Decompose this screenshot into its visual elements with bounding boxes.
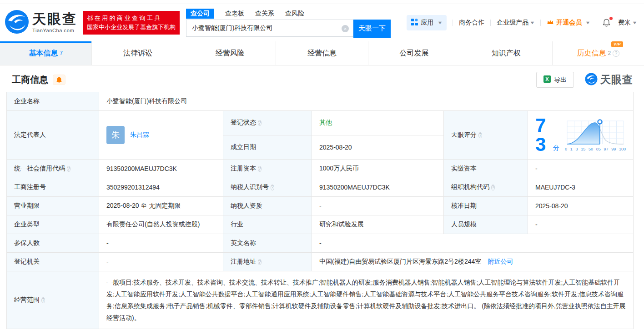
main-content: 工商信息 X 导出 bbox=[0, 72, 644, 329]
staff-size-label: 人员规模 bbox=[444, 215, 528, 234]
notifications-bell-icon[interactable] bbox=[602, 18, 611, 27]
field-label: 核准日期 bbox=[451, 202, 477, 209]
company-type-label: 企业类型 bbox=[7, 215, 99, 234]
help-icon[interactable] bbox=[491, 185, 495, 190]
legal-rep-cell: 朱 朱昌霖 bbox=[99, 111, 223, 160]
field-label: 工商注册号 bbox=[14, 183, 46, 190]
tab-company-development[interactable]: 公司发展 bbox=[368, 41, 460, 65]
search-input[interactable] bbox=[186, 20, 353, 37]
nav-divider bbox=[540, 20, 541, 26]
search-tab-boss[interactable]: 查老板 bbox=[225, 9, 244, 19]
search-tab-relation[interactable]: 查关系 bbox=[255, 9, 274, 19]
tab-history-info[interactable]: VIP 历史信息 2 bbox=[553, 41, 644, 65]
taxpayer-id-label: 纳税人识别号 bbox=[223, 178, 312, 197]
tab-label: 经营风险 bbox=[216, 49, 245, 58]
table-row: 营业期限 2025-08-20 至 无固定期限 纳税人资质 - 核准日期 202… bbox=[7, 197, 634, 215]
tianyancha-logo-icon bbox=[5, 10, 29, 36]
nav-open-vip[interactable]: 开通会员 bbox=[547, 19, 590, 27]
english-name-label: 英文名称 bbox=[223, 234, 312, 253]
business-scope-value: 一般项目:技术服务、技术开发、技术咨询、技术交流、技术转让、技术推广;智能机器人… bbox=[99, 271, 634, 329]
chevron-down-icon bbox=[585, 20, 590, 25]
section-title: 工商信息 bbox=[12, 74, 48, 86]
apps-label: 应用 bbox=[421, 19, 433, 27]
reg-capital-value: 1000万人民币 bbox=[312, 160, 444, 178]
tab-count: 2 bbox=[608, 50, 611, 56]
field-label: 登记机关 bbox=[14, 258, 40, 265]
nav-divider bbox=[490, 20, 491, 26]
tab-label: 法律诉讼 bbox=[123, 49, 152, 58]
field-label: 纳税人资质 bbox=[231, 202, 262, 209]
tab-label: 经营信息 bbox=[307, 49, 337, 58]
field-label: 法定代表人 bbox=[14, 131, 46, 138]
brand-slogan: 都在用的商业查询工具 国家中小企业发展子基金旗下机构 bbox=[83, 11, 180, 35]
export-button[interactable]: X 导出 bbox=[536, 72, 574, 88]
help-icon[interactable] bbox=[478, 132, 482, 138]
clear-search-icon[interactable] bbox=[342, 25, 349, 32]
tab-intellectual-property[interactable]: 知识产权 bbox=[460, 41, 552, 65]
address-label: 注册地址 bbox=[223, 253, 312, 271]
staff-size-value: - bbox=[528, 215, 634, 234]
field-label: 行业 bbox=[231, 220, 243, 228]
tab-legal-proceedings[interactable]: 法律诉讼 bbox=[92, 41, 184, 65]
score-label: 天眼评分 bbox=[444, 111, 528, 160]
help-icon[interactable] bbox=[258, 259, 262, 265]
table-row: 工商注册号 350299201312494 纳税人识别号 91350200MAE… bbox=[7, 178, 634, 197]
legal-rep-avatar[interactable]: 朱 bbox=[106, 126, 125, 144]
logo-domain: TianYanCha.com bbox=[32, 28, 77, 33]
username-label: 费米 bbox=[618, 19, 631, 27]
field-label: 英文名称 bbox=[231, 239, 256, 246]
help-icon[interactable] bbox=[41, 297, 45, 303]
score-distribution-chart: 01 315 5085 9799 100 bbox=[565, 119, 626, 151]
approval-date-label: 核准日期 bbox=[444, 197, 528, 215]
nav-enterprise-products[interactable]: 企业级产品 bbox=[497, 19, 534, 27]
table-row: 企业类型 有限责任公司(自然人投资或控股) 行业 研究和试验发展 人员规模 - bbox=[7, 215, 634, 234]
field-label: 经营范围 bbox=[14, 296, 40, 303]
tianyancha-logo[interactable]: 天眼查 TianYanCha.com bbox=[5, 10, 77, 36]
table-row: 统一社会信用代码 91350200MAEUJ7DC3K 注册资本 1000万人民… bbox=[7, 160, 634, 178]
table-row: 参保人数 - 英文名称 - bbox=[7, 234, 634, 253]
field-label: 组织机构代码 bbox=[451, 183, 489, 190]
vip-badge: VIP bbox=[611, 41, 623, 47]
legal-rep-label: 法定代表人 bbox=[7, 111, 99, 160]
field-label: 参保人数 bbox=[14, 239, 40, 246]
help-icon[interactable] bbox=[258, 166, 262, 172]
tab-business-info[interactable]: 经营信息 bbox=[276, 41, 368, 65]
business-scope-label: 经营范围 bbox=[7, 271, 99, 329]
help-icon[interactable] bbox=[258, 120, 262, 126]
english-name-value: - bbox=[312, 234, 634, 253]
chevron-down-icon bbox=[632, 20, 637, 25]
nearby-companies-link[interactable]: 附近公司 bbox=[488, 258, 513, 265]
legal-rep-link[interactable]: 朱昌霖 bbox=[130, 131, 149, 139]
paid-capital-value: - bbox=[528, 160, 634, 178]
user-menu[interactable]: 费米 bbox=[618, 19, 637, 27]
reg-number-value: 350299201312494 bbox=[99, 178, 223, 197]
search-button[interactable]: 天眼一下 bbox=[353, 20, 391, 38]
org-code-value: MAEUJ7DC-3 bbox=[528, 178, 634, 197]
help-icon[interactable] bbox=[613, 50, 619, 57]
help-icon[interactable] bbox=[271, 185, 274, 190]
tab-count: 7 bbox=[60, 50, 63, 56]
est-date-label: 成立日期 bbox=[223, 135, 312, 160]
search-tab-risk[interactable]: 查风险 bbox=[285, 9, 304, 19]
score-unit: 分 bbox=[553, 144, 559, 152]
business-registration-section-head: 工商信息 X 导出 bbox=[12, 72, 633, 88]
header-nav: 应用 商务合作 企业级产品 开通会员 bbox=[407, 15, 637, 30]
approval-date-value: 2025-08-20 bbox=[528, 197, 634, 215]
search-tab-company[interactable]: 查公司 bbox=[186, 9, 214, 19]
monitor-bell-icon[interactable] bbox=[53, 75, 65, 85]
tab-basic-info[interactable]: 基本信息 7 bbox=[0, 41, 92, 65]
reg-status-value: 其他 bbox=[312, 111, 444, 135]
company-type-value: 有限责任公司(自然人投资或控股) bbox=[99, 215, 223, 234]
company-detail-tabs: 基本信息 7 法律诉讼 经营风险 经营信息 公司发展 知识产权 VIP 历史信息… bbox=[0, 41, 644, 65]
field-label: 企业名称 bbox=[14, 97, 40, 105]
slogan-line-1: 都在用的商业查询工具 bbox=[87, 14, 176, 23]
field-label: 天眼评分 bbox=[451, 131, 477, 138]
help-icon[interactable] bbox=[67, 166, 70, 172]
nav-cooperation[interactable]: 商务合作 bbox=[459, 19, 484, 27]
apps-grid-icon bbox=[411, 19, 418, 27]
paid-capital-label: 实缴资本 bbox=[444, 160, 528, 178]
tab-operational-risk[interactable]: 经营风险 bbox=[184, 41, 276, 65]
tianyancha-watermark: 天眼查 bbox=[585, 73, 633, 87]
taxpayer-id-value: 91350200MAEUJ7DC3K bbox=[312, 178, 444, 197]
apps-menu[interactable]: 应用 bbox=[407, 15, 447, 30]
